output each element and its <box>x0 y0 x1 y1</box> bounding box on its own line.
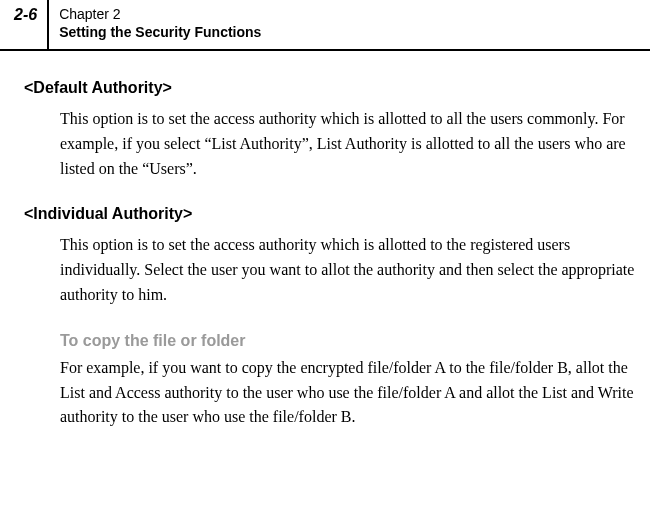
page-number: 2-6 <box>0 0 49 49</box>
chapter-line: Chapter 2 <box>59 6 261 24</box>
section-heading-default-authority: <Default Authority> <box>24 79 636 97</box>
header-text-block: Chapter 2 Setting the Security Functions <box>49 0 261 49</box>
section-heading-individual-authority: <Individual Authority> <box>24 205 636 223</box>
section-body-individual-authority: This option is to set the access authori… <box>60 233 636 307</box>
section-body-default-authority: This option is to set the access authori… <box>60 107 636 181</box>
chapter-title: Setting the Security Functions <box>59 24 261 42</box>
content-area: <Default Authority> This option is to se… <box>0 51 650 430</box>
sub-heading-copy-file: To copy the file or folder <box>60 332 636 350</box>
section-body-copy-file: For example, if you want to copy the enc… <box>60 356 636 430</box>
page-header: 2-6 Chapter 2 Setting the Security Funct… <box>0 0 650 51</box>
